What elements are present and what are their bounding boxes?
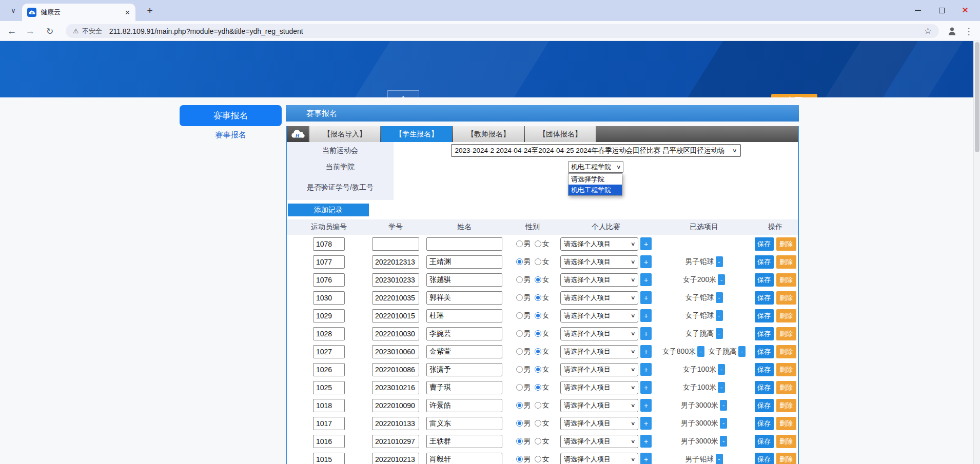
male-radio[interactable] [516, 330, 523, 337]
male-radio-option[interactable]: 男 [516, 239, 531, 249]
athlete-no-input[interactable] [313, 327, 345, 340]
female-radio-option[interactable]: 女 [535, 383, 550, 392]
male-radio-option[interactable]: 男 [516, 365, 531, 374]
add-event-button[interactable]: + [640, 363, 652, 376]
remove-event-button[interactable]: - [720, 400, 727, 411]
male-radio-option[interactable]: 男 [516, 383, 531, 392]
name-input[interactable] [426, 345, 502, 358]
save-button[interactable]: 保存 [755, 363, 774, 376]
name-input[interactable] [426, 399, 502, 412]
female-radio-option[interactable]: 女 [535, 419, 550, 428]
tab-close-icon[interactable]: ✕ [125, 9, 130, 16]
student-id-input[interactable] [372, 381, 419, 394]
student-id-input[interactable] [372, 291, 419, 305]
delete-button[interactable]: 删除 [776, 453, 796, 464]
url-bar[interactable]: ⚠ 不安全 211.82.109.91/main.php?module=ydh&… [66, 24, 939, 38]
add-event-button[interactable]: + [640, 345, 652, 358]
athlete-no-input[interactable] [313, 399, 345, 412]
add-event-button[interactable]: + [640, 381, 652, 394]
remove-event-button[interactable]: - [697, 346, 704, 357]
athlete-no-input[interactable] [313, 345, 345, 358]
save-button[interactable]: 保存 [755, 237, 774, 251]
female-radio[interactable] [535, 258, 541, 265]
student-id-input[interactable] [372, 327, 419, 340]
student-id-input[interactable] [372, 417, 419, 430]
add-event-button[interactable]: + [640, 273, 652, 286]
athlete-no-input[interactable] [313, 417, 345, 430]
remove-event-button[interactable]: - [720, 418, 727, 429]
remove-event-button[interactable]: - [738, 346, 746, 357]
delete-button[interactable]: 删除 [776, 435, 796, 448]
female-radio[interactable] [535, 366, 541, 373]
male-radio-option[interactable]: 男 [516, 311, 531, 320]
male-radio[interactable] [516, 294, 523, 301]
female-radio[interactable] [535, 312, 541, 319]
delete-button[interactable]: 删除 [776, 417, 796, 430]
male-radio[interactable] [516, 276, 523, 283]
tab-team-registration[interactable]: 【团体报名】 [525, 126, 596, 142]
female-radio-option[interactable]: 女 [535, 347, 550, 356]
name-input[interactable] [426, 363, 502, 376]
tab-student-registration[interactable]: 【学生报名】 [381, 126, 452, 142]
athlete-no-input[interactable] [313, 237, 345, 251]
save-button[interactable]: 保存 [755, 273, 774, 287]
back-button[interactable]: ← [5, 25, 18, 38]
leave-button[interactable]: 离开 [771, 94, 817, 97]
name-input[interactable] [426, 237, 502, 251]
save-button[interactable]: 保存 [755, 399, 774, 412]
delete-button[interactable]: 删除 [776, 255, 796, 269]
female-radio-option[interactable]: 女 [535, 293, 550, 302]
female-radio[interactable] [535, 402, 541, 409]
add-event-button[interactable]: + [640, 291, 652, 304]
remove-event-button[interactable]: - [716, 454, 723, 464]
female-radio[interactable] [535, 240, 541, 247]
save-button[interactable]: 保存 [755, 327, 774, 340]
female-radio[interactable] [535, 456, 541, 462]
name-input[interactable] [426, 309, 502, 322]
add-event-button[interactable]: + [640, 327, 652, 340]
female-radio[interactable] [535, 420, 541, 427]
name-input[interactable] [426, 273, 502, 287]
female-radio[interactable] [535, 276, 541, 283]
athlete-no-input[interactable] [313, 291, 345, 305]
current-college-select[interactable]: 机电工程学院 ∨ [568, 161, 623, 173]
sidebar-item-event-registration[interactable]: 赛事报名 [180, 105, 282, 126]
save-button[interactable]: 保存 [755, 255, 774, 269]
female-radio-option[interactable]: 女 [535, 401, 550, 410]
individual-event-select[interactable]: 请选择个人项目 ∨ [560, 345, 638, 358]
athlete-no-input[interactable] [313, 435, 345, 448]
profile-avatar-icon[interactable] [947, 26, 957, 36]
male-radio[interactable] [516, 258, 523, 265]
male-radio[interactable] [516, 312, 523, 319]
female-radio[interactable] [535, 330, 541, 337]
college-option-selected[interactable]: 机电工程学院 [569, 185, 622, 195]
male-radio-option[interactable]: 男 [516, 437, 531, 446]
male-radio-option[interactable]: 男 [516, 455, 531, 464]
delete-button[interactable]: 删除 [776, 363, 796, 376]
student-id-input[interactable] [372, 399, 419, 412]
female-radio-option[interactable]: 女 [535, 239, 550, 249]
window-maximize-button[interactable] [930, 0, 953, 21]
individual-event-select[interactable]: 请选择个人项目 ∨ [560, 417, 638, 430]
save-button[interactable]: 保存 [755, 381, 774, 394]
add-event-button[interactable]: + [640, 309, 652, 322]
individual-event-select[interactable]: 请选择个人项目 ∨ [560, 399, 638, 412]
male-radio-option[interactable]: 男 [516, 275, 531, 285]
bookmark-star-icon[interactable]: ☆ [924, 26, 932, 36]
male-radio-option[interactable]: 男 [516, 293, 531, 302]
student-id-input[interactable] [372, 309, 419, 322]
name-input[interactable] [426, 453, 502, 464]
remove-event-button[interactable]: - [716, 256, 723, 267]
add-record-button[interactable]: 添加记录 [288, 204, 369, 216]
new-tab-button[interactable]: + [144, 5, 156, 17]
scrollbar-thumb[interactable] [975, 42, 979, 152]
save-button[interactable]: 保存 [755, 453, 774, 464]
athlete-no-input[interactable] [313, 453, 345, 464]
save-button[interactable]: 保存 [755, 435, 774, 448]
individual-event-select[interactable]: 请选择个人项目 ∨ [560, 435, 638, 448]
male-radio-option[interactable]: 男 [516, 419, 531, 428]
student-id-input[interactable] [372, 453, 419, 464]
male-radio[interactable] [516, 366, 523, 373]
individual-event-select[interactable]: 请选择个人项目 ∨ [560, 255, 638, 269]
female-radio[interactable] [535, 294, 541, 301]
